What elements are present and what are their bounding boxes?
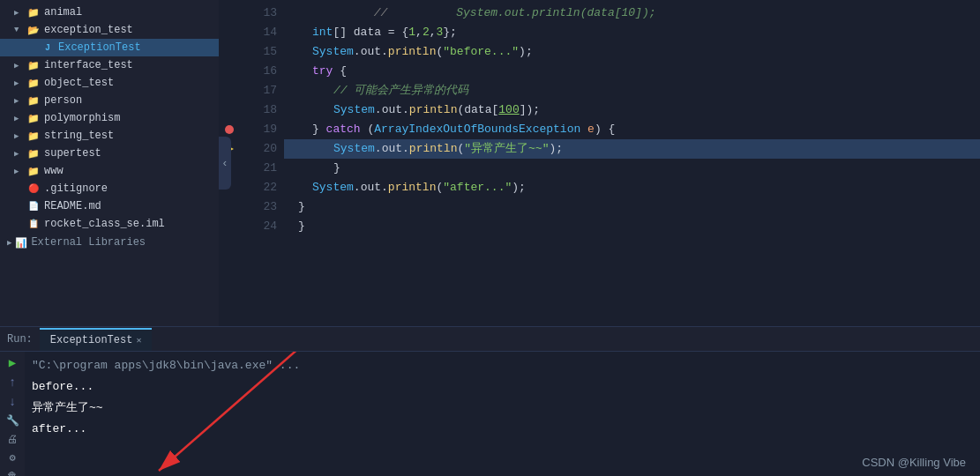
gutter-cell-16 (219, 62, 240, 81)
watermark: CSDN @Killing Vibe (862, 456, 966, 469)
sidebar-item-person[interactable]: ▶ 📁 person (0, 92, 219, 109)
console-text-3: 异常产生了~~ (32, 398, 103, 419)
folder-icon: 📁 (26, 58, 41, 72)
collapse-sidebar-button[interactable]: ‹ (219, 137, 231, 190)
gutter-cell-14 (219, 23, 240, 42)
sidebar-item-exception-test[interactable]: ▼ 📂 exception_test (0, 21, 219, 39)
code-line-23: } (284, 197, 980, 217)
line-num-20: 20 (240, 139, 277, 159)
sidebar-item-label: object_test (44, 77, 114, 89)
sidebar-item-iml[interactable]: 📋 rocket_class_se.iml (0, 215, 219, 233)
console-text-4: after... (32, 419, 86, 440)
code-line-16: try { (284, 62, 980, 81)
arrow-icon: ▶ (14, 96, 25, 106)
sidebar-item-gitignore[interactable]: 🔴 .gitignore (0, 180, 219, 197)
gutter-cell-23 (219, 197, 240, 217)
run-tab-name: ExceptionTest (50, 334, 133, 346)
code-line-19: } catch (ArrayIndexOutOfBoundsException … (284, 120, 980, 139)
sidebar-item-label: string_test (44, 130, 114, 142)
arrow-icon: ▶ (14, 167, 25, 176)
settings-button[interactable]: ⚙ (4, 451, 21, 465)
folder-icon: 📁 (26, 5, 41, 19)
sidebar-item-label: README.md (44, 200, 101, 212)
console-line-4: after... (32, 419, 973, 440)
sidebar-item-interface-test[interactable]: ▶ 📁 interface_test (0, 56, 219, 74)
line-num-13: 13 (240, 4, 277, 23)
folder-icon: 📁 (26, 129, 41, 143)
code-editor[interactable]: // System.out.println(data[10]); int[] d… (284, 0, 980, 326)
breakpoint-dot (225, 125, 234, 134)
stop-button[interactable]: 🖨 (4, 433, 21, 446)
line-numbers: 13 14 15 16 17 18 19 20 21 22 23 24 (240, 0, 284, 326)
code-line-14: int[] data = {1,2,3}; (284, 23, 980, 42)
iml-icon: 📋 (26, 217, 41, 231)
line-num-23: 23 (240, 197, 277, 217)
console-line-1: "C:\program apps\jdk8\bin\java.exe" ... (32, 355, 973, 376)
folder-icon: 📁 (26, 146, 41, 160)
console-text-2: before... (32, 376, 94, 398)
sidebar-item-readme[interactable]: 📄 README.md (0, 197, 219, 215)
sidebar-item-label: animal (44, 6, 82, 19)
sidebar-item-label: .gitignore (44, 182, 108, 195)
java-file-icon: J (41, 41, 55, 55)
sidebar-item-label: External Libraries (31, 236, 146, 249)
line-num-18: 18 (240, 100, 277, 120)
sidebar-item-polymorphism[interactable]: ▶ 📁 polymorphism (0, 109, 219, 127)
code-line-20: System.out.println("异常产生了~~"); (284, 139, 980, 159)
folder-icon: 📁 (26, 76, 41, 90)
console-text-1: "C:\program apps\jdk8\bin\java.exe" ... (32, 355, 300, 376)
console-output: "C:\program apps\jdk8\bin\java.exe" ... … (25, 352, 980, 476)
run-tab-close-icon[interactable]: ✕ (136, 335, 141, 346)
console-line-2: before... (32, 376, 973, 398)
line-num-24: 24 (240, 217, 277, 236)
sidebar-item-supertest[interactable]: ▶ 📁 supertest (0, 145, 219, 162)
rerun-button[interactable]: 🔧 (4, 414, 21, 428)
sidebar-item-label: www (44, 165, 64, 177)
run-button[interactable]: ▶ (4, 355, 21, 370)
code-line-15: System.out.println("before..."); (284, 42, 980, 62)
sidebar-item-exceptiontest[interactable]: J ExceptionTest (0, 39, 219, 56)
run-toolbar: ▶ ↑ ↓ 🔧 🖨 ⚙ 🗑 (0, 352, 25, 476)
sidebar-item-animal[interactable]: ▶ 📁 animal (0, 4, 219, 21)
code-line-17: // 可能会产生异常的代码 (284, 81, 980, 100)
gutter-cell-15 (219, 42, 240, 62)
gutter-cell-18 (219, 100, 240, 120)
arrow-icon: ▶ (14, 61, 25, 71)
sidebar: ▶ 📁 animal ▼ 📂 exception_test J Exceptio… (0, 0, 219, 326)
scroll-up-button[interactable]: ↑ (4, 376, 21, 390)
folder-icon: 📁 (26, 164, 41, 178)
bar-chart-icon: 📊 (15, 237, 27, 249)
arrow-icon: ▶ (14, 78, 25, 88)
folder-icon: 📁 (26, 93, 41, 108)
arrow-icon: ▶ (14, 131, 25, 141)
sidebar-item-string-test[interactable]: ▶ 📁 string_test (0, 127, 219, 145)
code-line-22: System.out.println("after..."); (284, 178, 980, 197)
editor-area: ‹ 13 14 15 16 (219, 0, 980, 326)
sidebar-item-object-test[interactable]: ▶ 📁 object_test (0, 74, 219, 92)
code-container: 13 14 15 16 17 18 19 20 21 22 23 24 // S… (219, 0, 980, 326)
sidebar-item-www[interactable]: ▶ 📁 www (0, 162, 219, 180)
console-line-3: 异常产生了~~ (32, 398, 973, 419)
md-icon: 📄 (26, 199, 41, 213)
run-tab-exceptiontest[interactable]: ExceptionTest ✕ (40, 328, 153, 351)
bottom-panel: Run: ExceptionTest ✕ ▶ ↑ ↓ 🔧 🖨 ⚙ 🗑 "C:\p… (0, 326, 980, 476)
code-line-18: System.out.println(data[100]); (284, 100, 980, 120)
sidebar-item-label: exception_test (44, 24, 133, 36)
line-num-14: 14 (240, 23, 277, 42)
code-comment-13: // System.out.println(data[10]); (291, 4, 656, 23)
git-icon: 🔴 (26, 182, 41, 196)
sidebar-item-external-libraries[interactable]: ▶ 📊 External Libraries (0, 233, 219, 252)
arrow-icon: ▼ (14, 26, 25, 34)
code-line-13: // System.out.println(data[10]); (284, 4, 980, 23)
sidebar-item-label: ExceptionTest (58, 41, 141, 54)
line-num-21: 21 (240, 159, 277, 178)
line-num-17: 17 (240, 81, 277, 100)
trash-button[interactable]: 🗑 (4, 470, 21, 476)
line-num-15: 15 (240, 42, 277, 62)
scroll-down-button[interactable]: ↓ (4, 395, 21, 409)
console-wrapper: ▶ ↑ ↓ 🔧 🖨 ⚙ 🗑 "C:\program apps\jdk8\bin\… (0, 352, 980, 476)
sidebar-item-label: person (44, 94, 82, 107)
arrow-icon: ▶ (14, 8, 25, 18)
sidebar-item-label: rocket_class_se.iml (44, 218, 165, 230)
run-label: Run: (0, 333, 40, 346)
